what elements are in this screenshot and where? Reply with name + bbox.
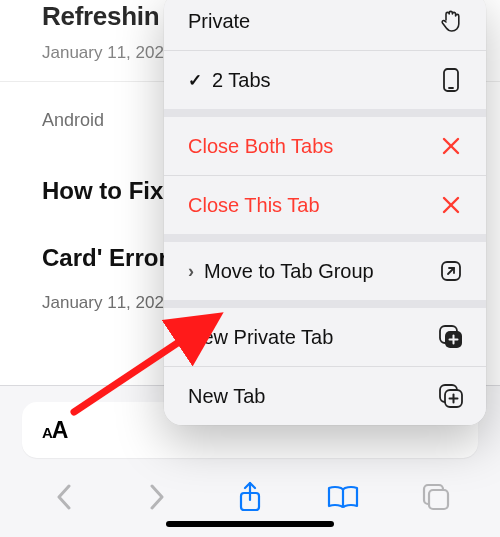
hand-icon	[438, 8, 464, 34]
tab-context-menu: Private ✓ 2 Tabs Close Both Tabs Close T…	[164, 0, 486, 425]
chevron-right-icon	[148, 483, 166, 511]
share-button[interactable]	[228, 475, 272, 519]
device-icon	[438, 67, 464, 93]
back-button[interactable]	[42, 475, 86, 519]
menu-item-tabs-count[interactable]: ✓ 2 Tabs	[164, 51, 486, 109]
toolbar-row	[0, 468, 500, 526]
plus-square-fill-icon	[438, 324, 464, 350]
plus-square-on-square-icon	[438, 383, 464, 409]
separator-thick	[164, 300, 486, 308]
separator-thick	[164, 234, 486, 242]
forward-button[interactable]	[135, 475, 179, 519]
share-icon	[237, 481, 263, 513]
chevron-left-icon	[55, 483, 73, 511]
book-icon	[326, 483, 360, 511]
menu-label: ✓ 2 Tabs	[188, 69, 271, 92]
tabs-icon	[421, 482, 451, 512]
menu-label: Private	[188, 10, 250, 33]
menu-label: Close This Tab	[188, 194, 320, 217]
reader-mode-aa-icon[interactable]: AA	[42, 417, 67, 444]
menu-item-private[interactable]: Private	[164, 0, 486, 50]
arrow-up-right-square-icon	[438, 258, 464, 284]
tabs-button[interactable]	[414, 475, 458, 519]
chevron-right-icon: ›	[188, 261, 194, 282]
menu-label: › Move to Tab Group	[188, 260, 374, 283]
close-icon	[438, 133, 464, 159]
home-indicator	[166, 521, 334, 527]
checkmark-icon: ✓	[188, 70, 202, 91]
menu-item-new-tab[interactable]: New Tab	[164, 367, 486, 425]
close-icon	[438, 192, 464, 218]
menu-label: Close Both Tabs	[188, 135, 333, 158]
menu-item-close-this-tab[interactable]: Close This Tab	[164, 176, 486, 234]
menu-label: New Private Tab	[188, 326, 333, 349]
article-title-line1: How to Fix t	[42, 177, 178, 204]
menu-label: New Tab	[188, 385, 265, 408]
menu-item-move-to-tab-group[interactable]: › Move to Tab Group	[164, 242, 486, 300]
separator-thick	[164, 109, 486, 117]
bookmarks-button[interactable]	[321, 475, 365, 519]
svg-rect-4	[429, 490, 448, 509]
menu-item-close-both-tabs[interactable]: Close Both Tabs	[164, 117, 486, 175]
menu-item-new-private-tab[interactable]: New Private Tab	[164, 308, 486, 366]
